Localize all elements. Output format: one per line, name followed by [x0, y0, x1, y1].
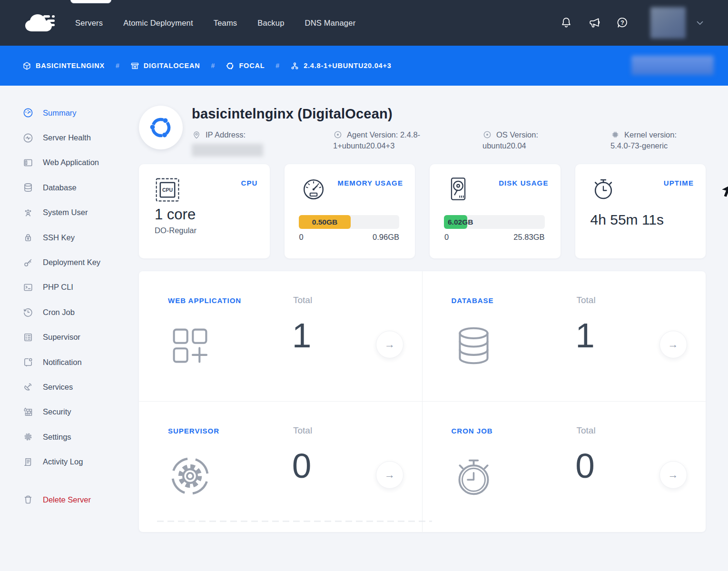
sidebar-item-notification[interactable]: Notification — [0, 350, 139, 374]
database-icon — [22, 182, 34, 193]
sidebar-item-settings[interactable]: Settings — [0, 424, 139, 449]
circle-dot-icon — [333, 130, 343, 139]
database-icon — [452, 324, 496, 368]
memory-usage-bar: 0.50GB — [299, 215, 400, 229]
memory-card-label: MEMORY USAGE — [338, 179, 403, 187]
total-label: Total — [293, 425, 312, 436]
arrow-right-icon: → — [668, 338, 679, 351]
padlock-icon — [22, 232, 34, 243]
sidebar-item-activity-log[interactable]: Activity Log — [0, 449, 139, 474]
arrow-right-icon: → — [384, 469, 395, 481]
main-menu: Servers Atomic Deployment Teams Backup D… — [75, 19, 355, 28]
nav-item-dns-manager[interactable]: DNS Manager — [305, 19, 356, 28]
avatar[interactable] — [650, 7, 686, 39]
cron-job-label: CRON JOB — [452, 427, 493, 435]
blurred-action-chip[interactable] — [631, 56, 714, 75]
sidebar-item-label: Deployment Key — [43, 258, 100, 267]
sidebar-item-summary[interactable]: Summary — [0, 100, 139, 125]
cpu-card: CPU CPU 1 core DO-Regular — [139, 164, 270, 258]
sidebar-item-label: Delete Server — [43, 495, 91, 504]
memory-used-label: 0.50GB — [299, 215, 351, 229]
chevron-down-icon[interactable] — [695, 18, 705, 28]
key-icon — [22, 257, 34, 268]
gauge-icon — [22, 107, 34, 118]
memory-scale-max: 0.96GB — [373, 233, 399, 242]
web-application-label: WEB APPLICATION — [168, 296, 241, 305]
sidebar-item-services[interactable]: Services — [0, 374, 139, 399]
disk-usage-bar: 6.02GB — [444, 215, 545, 229]
ip-value-blurred — [192, 144, 263, 157]
uptime-card: UPTIME 4h 55m 11s — [575, 164, 706, 258]
sidebar-item-ssh-key[interactable]: SSH Key — [0, 225, 139, 250]
package-icon — [22, 61, 31, 70]
sidebar-item-label: SSH Key — [43, 233, 75, 242]
memory-scale-min: 0 — [299, 233, 304, 242]
server-breadcrumb-bar: BASICINTELNGINX # DIGITALOCEAN # FOCAL # — [0, 46, 728, 86]
document-icon — [22, 456, 34, 468]
disk-card-label: DISK USAGE — [499, 179, 548, 187]
users-icon — [22, 207, 34, 218]
cpu-cores-value: 1 core — [155, 206, 196, 223]
web-application-arrow-button[interactable]: → — [376, 331, 403, 358]
terminal-icon — [22, 282, 34, 293]
cpu-plan: DO-Regular — [155, 226, 197, 235]
supervisor-label: SUPERVISOR — [168, 427, 219, 435]
cloud-logo-icon[interactable] — [21, 10, 57, 35]
web-application-count: 1 — [268, 318, 335, 353]
total-label: Total — [293, 295, 312, 305]
ip-address-block: IP Address: — [192, 129, 287, 157]
total-label: Total — [577, 425, 596, 436]
nav-item-backup[interactable]: Backup — [257, 19, 284, 28]
sidebar-item-system-user[interactable]: System User — [0, 200, 139, 225]
web-apps-icon — [168, 324, 212, 368]
supervisor-tile: SUPERVISOR Total 0 → — [139, 402, 423, 532]
sidebar-item-label: Web Application — [43, 158, 99, 167]
arrow-right-icon: → — [668, 469, 679, 481]
nav-right: ? — [560, 7, 705, 39]
browser-tab-peek — [70, 0, 111, 3]
sidebar-item-label: Security — [43, 407, 71, 416]
cron-job-arrow-button[interactable]: → — [659, 461, 687, 489]
supervisor-count: 0 — [268, 448, 335, 483]
nav-item-servers[interactable]: Servers — [75, 19, 103, 28]
sidebar: Summary Server Health Web Application — [0, 86, 139, 571]
os-label: OS Version: — [496, 130, 538, 139]
browser-icon — [22, 157, 34, 168]
nav-item-atomic-deployment[interactable]: Atomic Deployment — [123, 19, 193, 28]
sidebar-item-security[interactable]: Security — [0, 400, 139, 424]
memory-scale: 0 0.96GB — [299, 233, 400, 242]
checklist-icon — [22, 332, 34, 343]
help-icon[interactable]: ? — [616, 16, 629, 30]
sidebar-item-database[interactable]: Database — [0, 175, 139, 200]
cpu-card-label: CPU — [241, 179, 258, 187]
megaphone-icon[interactable] — [588, 16, 601, 30]
hard-drive-icon — [446, 176, 471, 202]
circle-dot-icon — [482, 130, 492, 139]
sidebar-item-label: System User — [43, 208, 88, 217]
sidebar-item-server-health[interactable]: Server Health — [0, 125, 139, 150]
sidebar-item-web-application[interactable]: Web Application — [0, 150, 139, 175]
ubuntu-logo-icon — [139, 106, 183, 149]
cpu-chip-icon: CPU — [154, 177, 181, 203]
sidebar-item-label: Notification — [43, 358, 82, 367]
sidebar-item-cron-job[interactable]: Cron Job — [0, 300, 139, 325]
cron-job-count: 0 — [552, 448, 619, 483]
sidebar-item-label: Summary — [43, 108, 77, 118]
sidebar-item-deployment-key[interactable]: Deployment Key — [0, 250, 139, 275]
breadcrumb-separator: # — [116, 62, 119, 69]
sidebar-item-supervisor[interactable]: Supervisor — [0, 325, 139, 350]
sidebar-item-delete-server[interactable]: Delete Server — [0, 487, 139, 512]
nav-item-teams[interactable]: Teams — [214, 19, 237, 28]
page-title: basicintelnginx (DigitalOcean) — [192, 106, 393, 122]
svg-text:CPU: CPU — [162, 187, 173, 193]
chip-icon — [610, 130, 620, 139]
database-arrow-button[interactable]: → — [659, 331, 687, 358]
pulse-icon — [22, 132, 34, 144]
firewall-icon — [22, 406, 34, 418]
supervisor-arrow-button[interactable]: → — [376, 461, 403, 489]
database-label: DATABASE — [452, 296, 494, 305]
web-application-tile: WEB APPLICATION Total 1 → — [139, 271, 423, 402]
sidebar-item-php-cli[interactable]: PHP CLI — [0, 275, 139, 300]
bell-icon[interactable] — [560, 16, 573, 30]
satellite-icon — [22, 381, 34, 393]
